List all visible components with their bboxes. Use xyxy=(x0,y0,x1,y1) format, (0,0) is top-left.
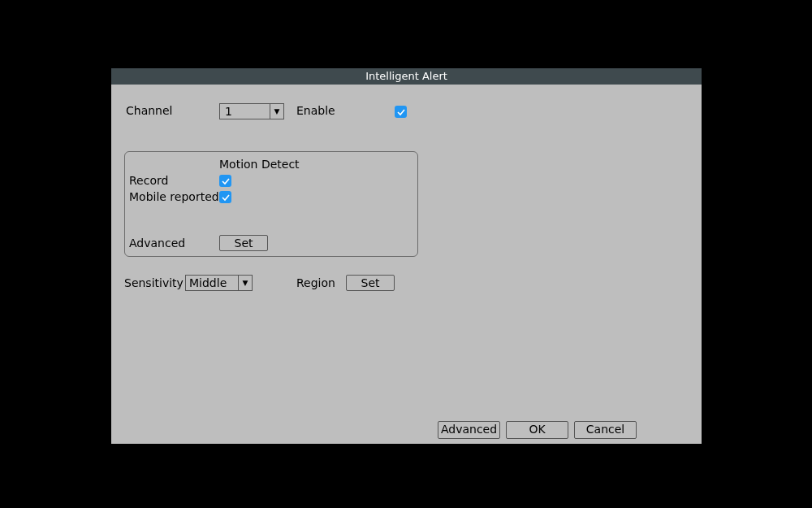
check-icon xyxy=(222,177,230,185)
chevron-down-icon: ▼ xyxy=(270,104,283,119)
mobile-reported-checkbox[interactable] xyxy=(219,191,231,203)
sensitivity-value: Middle xyxy=(186,276,239,290)
cancel-button[interactable]: Cancel xyxy=(574,421,637,439)
check-icon xyxy=(222,193,230,202)
sensitivity-label: Sensitivity xyxy=(124,276,184,289)
record-checkbox[interactable] xyxy=(219,175,231,187)
motion-detect-title: Motion Detect xyxy=(219,158,300,171)
channel-select[interactable]: 1 ▼ xyxy=(219,103,284,119)
dialog-title: Intelligent Alert xyxy=(111,68,702,85)
channel-label: Channel xyxy=(126,104,172,117)
check-icon xyxy=(397,108,405,116)
ok-button[interactable]: OK xyxy=(506,421,568,439)
region-set-button[interactable]: Set xyxy=(346,275,395,291)
motion-detect-group: Motion Detect Record Mobile reported Adv… xyxy=(124,151,418,257)
advanced-row-label: Advanced xyxy=(129,237,185,250)
channel-value: 1 xyxy=(220,104,270,119)
intelligent-alert-dialog: Intelligent Alert Channel 1 ▼ Enable Mot… xyxy=(111,68,702,444)
record-label: Record xyxy=(129,174,168,187)
advanced-button[interactable]: Advanced xyxy=(438,421,500,439)
region-label: Region xyxy=(296,276,335,289)
enable-checkbox[interactable] xyxy=(395,106,407,118)
sensitivity-select[interactable]: Middle ▼ xyxy=(185,275,253,291)
chevron-down-icon: ▼ xyxy=(239,276,252,290)
mobile-reported-label: Mobile reported xyxy=(129,190,219,203)
enable-label: Enable xyxy=(296,104,335,117)
advanced-set-button[interactable]: Set xyxy=(219,235,268,251)
